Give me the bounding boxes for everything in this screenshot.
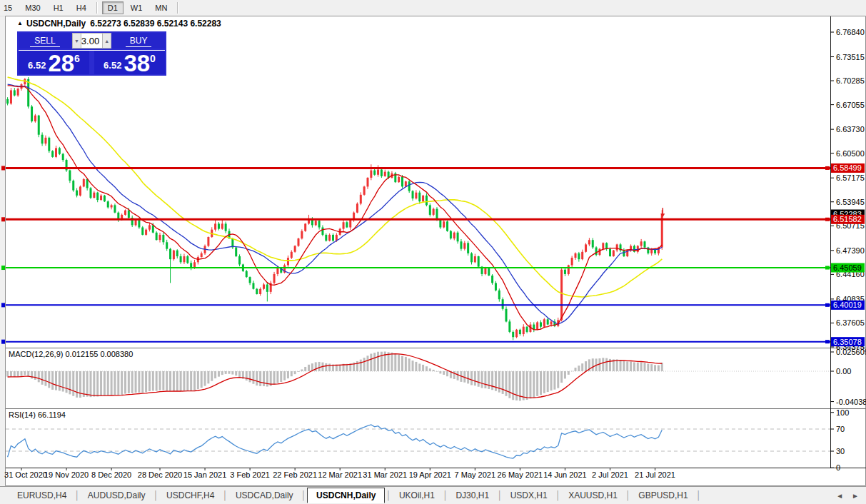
tab-ukoil-h1[interactable]: UKOil,H1 — [392, 488, 442, 503]
chart-canvas[interactable]: 6.768406.735156.702856.670556.637306.605… — [0, 16, 866, 486]
line-handle[interactable] — [825, 218, 830, 221]
one-click-trading-panel: SELL ▼ 3.00 ▲ BUY 6.52 28 6 6.52 38 0 — [17, 31, 166, 76]
rsi-tick-label: 100 — [836, 408, 849, 417]
sell-price-display[interactable]: 6.52 28 6 — [19, 51, 89, 74]
tab-separator: │ — [301, 490, 308, 500]
sell-price-pips: 28 — [48, 54, 74, 74]
date-tick-label: 15 Jan 2021 — [183, 470, 227, 479]
level-price-label: 6.35078 — [833, 338, 862, 346]
tab-separator: │ — [153, 490, 160, 500]
timeframe-button-15[interactable]: 15 — [1, 1, 18, 14]
rsi-tick-label: 0 — [836, 463, 840, 472]
sell-price-prefix: 6.52 — [28, 60, 46, 71]
tab-audusd-daily[interactable]: AUDUSD,Daily — [81, 488, 153, 503]
buy-price-prefix: 6.52 — [104, 60, 121, 71]
line-handle[interactable] — [825, 166, 830, 170]
date-tick-label: 12 Mar 2021 — [318, 470, 362, 479]
tab-gbpusd-h1[interactable]: GBPUSD,H1 — [631, 488, 695, 503]
sell-price-point: 6 — [74, 53, 80, 64]
symbol-tab-bar: EURUSD,H4│AUDUSD,Daily│USDCHF,H4│USDCAD,… — [0, 486, 866, 504]
tab-separator: │ — [496, 490, 503, 500]
tab-scroll-right-icon[interactable]: ► — [852, 492, 859, 500]
buy-price-pips: 38 — [124, 54, 150, 74]
timeframe-button-h1[interactable]: H1 — [48, 1, 69, 14]
date-tick-label: 3 Feb 2021 — [230, 470, 270, 479]
timeframe-button-h4[interactable]: H4 — [71, 1, 92, 14]
date-tick-label: 7 May 2021 — [455, 470, 495, 479]
ohlc-values: 6.52273 6.52839 6.52143 6.52283 — [90, 19, 221, 29]
line-handle[interactable] — [825, 266, 830, 270]
buy-price-display[interactable]: 6.52 38 0 — [94, 51, 165, 74]
price-tick-label: 6.37605 — [836, 318, 865, 327]
sell-button-label: SELL — [30, 37, 59, 47]
volume-stepper: ▼ 3.00 ▲ — [72, 33, 111, 49]
price-tick-label: 6.53945 — [836, 198, 865, 206]
tab-separator: │ — [385, 490, 392, 500]
macd-tick-label: -0.040386 — [836, 398, 866, 406]
date-tick-label: 19 Apr 2021 — [409, 470, 451, 479]
price-tick-label: 6.73515 — [836, 53, 865, 61]
tab-usdx-h1[interactable]: USDX,H1 — [503, 488, 555, 503]
chart-window-background — [5, 16, 866, 486]
date-tick-label: 26 May 2021 — [498, 470, 543, 479]
date-tick-label: 28 Dec 2020 — [138, 470, 182, 479]
tab-scroll-left-icon[interactable]: ◄ — [836, 492, 843, 500]
tab-usdcnh-daily[interactable]: USDCNH,Daily — [307, 488, 385, 503]
collapse-panel-icon[interactable]: ▲ — [17, 20, 23, 26]
price-tick-label: 6.76840 — [836, 28, 865, 36]
toolbar-separator — [177, 2, 178, 14]
level-price-label: 6.51582 — [833, 215, 862, 223]
price-tick-label: 6.70285 — [836, 76, 865, 85]
volume-increase-icon[interactable]: ▲ — [102, 33, 111, 49]
rsi-tick-label: 70 — [836, 425, 845, 433]
level-price-label: 6.45059 — [833, 263, 862, 272]
tab-xauusd-h1[interactable]: XAUUSD,H1 — [561, 488, 625, 503]
tab-separator: │ — [74, 490, 81, 500]
date-tick-label: 8 Dec 2020 — [91, 470, 131, 479]
tab-separator: │ — [695, 490, 703, 500]
line-handle[interactable] — [825, 303, 830, 307]
date-tick-label: 19 Nov 2020 — [44, 470, 89, 479]
tab-eurusd-h4[interactable]: EURUSD,H4 — [10, 488, 74, 503]
tab-scroll-arrows: ◄► — [836, 492, 859, 500]
date-tick-label: 31 Oct 2020 — [4, 470, 47, 479]
macd-label: MACD(12,26,9) 0.012155 0.008380 — [9, 350, 133, 358]
line-handle[interactable] — [825, 340, 830, 343]
tab-dj30-h1[interactable]: DJ30,H1 — [448, 488, 496, 503]
date-tick-label: 14 Jun 2021 — [543, 470, 587, 479]
price-tick-label: 6.60500 — [836, 149, 865, 158]
date-tick-label: 22 Feb 2021 — [273, 470, 317, 479]
volume-decrease-icon[interactable]: ▼ — [72, 33, 81, 49]
timeframe-button-m30[interactable]: M30 — [19, 1, 46, 14]
rsi-value: 66.1194 — [38, 410, 66, 419]
macd-tick-label: 0.00 — [836, 367, 851, 376]
macd-tick-label: 0.025609 — [836, 348, 866, 356]
price-tick-label: 6.47390 — [836, 246, 865, 255]
timeframe-toolbar: 15M30H1H4D1W1MN — [0, 0, 866, 16]
price-tick-label: 6.67055 — [836, 101, 865, 109]
tab-separator: │ — [555, 490, 562, 500]
buy-price-point: 0 — [150, 53, 156, 64]
volume-input[interactable]: 3.00 — [81, 33, 102, 49]
date-tick-label: 2 Jul 2021 — [592, 470, 628, 479]
price-tick-label: 6.57175 — [836, 173, 865, 182]
tab-usdchf-h4[interactable]: USDCHF,H4 — [159, 488, 221, 503]
buy-button[interactable]: BUY — [112, 33, 165, 49]
tab-separator: │ — [625, 490, 632, 500]
price-tick-label: 6.63730 — [836, 125, 865, 133]
chart-symbol-period: USDCNH,Daily — [26, 19, 86, 29]
level-price-label: 6.40019 — [833, 301, 862, 309]
rsi-label: RSI(14) 66.1194 — [9, 410, 66, 419]
toolbar-separator — [96, 2, 98, 14]
timeframe-button-d1[interactable]: D1 — [102, 1, 124, 14]
date-tick-label: 21 Jul 2021 — [635, 470, 675, 479]
date-tick-label: 31 Mar 2021 — [363, 470, 407, 479]
timeframe-button-mn[interactable]: MN — [149, 1, 173, 14]
buy-button-label: BUY — [126, 37, 152, 47]
tab-separator: │ — [221, 490, 228, 500]
sell-button[interactable]: SELL — [19, 33, 71, 49]
tab-separator: │ — [442, 490, 449, 500]
macd-values: 0.012155 0.008380 — [65, 350, 133, 358]
tab-usdcad-daily[interactable]: USDCAD,Daily — [228, 488, 301, 503]
timeframe-button-w1[interactable]: W1 — [125, 1, 148, 14]
